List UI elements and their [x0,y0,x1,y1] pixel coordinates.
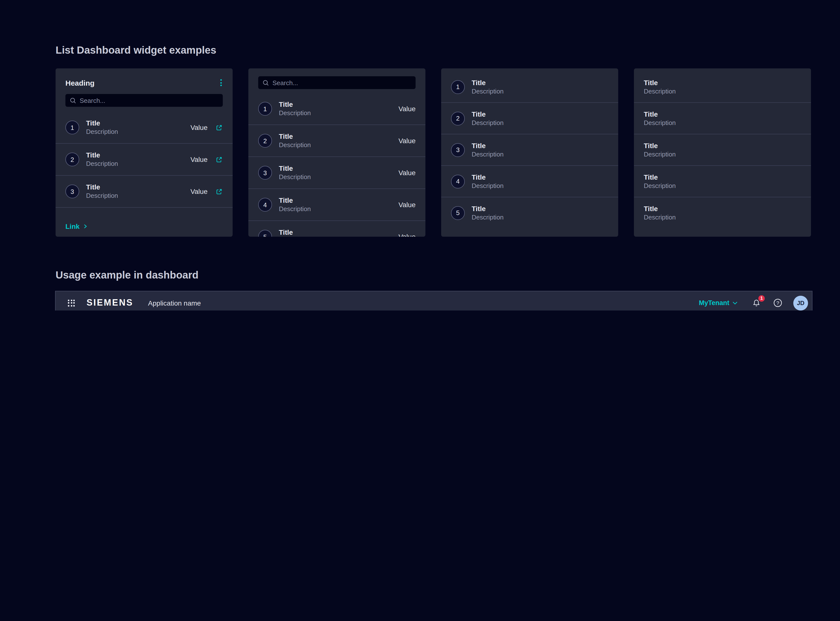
item-title: Title [644,141,801,150]
application-name: Application name [148,299,201,307]
item-number: 3 [451,143,465,157]
search-icon [263,79,269,86]
external-link-icon[interactable] [215,156,223,163]
search-placeholder: Search... [272,79,298,86]
widget-item-list: 1 Title Description 2 Title Description [441,68,618,228]
notifications-button[interactable]: 1 [751,298,761,308]
list-item[interactable]: Title Description [634,134,811,165]
item-description: Description [471,150,608,158]
item-number: 2 [451,111,465,125]
siemens-logo: SIEMENS [86,298,133,308]
item-title: Title [279,196,391,205]
item-description: Description [644,119,801,127]
item-number: 4 [451,174,465,188]
item-number: 1 [451,80,465,94]
help-button[interactable]: ? [773,298,783,307]
chevron-down-icon [732,301,738,305]
list-item[interactable]: Title Description [634,102,811,134]
item-value: Value [190,124,207,132]
list-item[interactable]: 2 Title Description Value [56,143,233,175]
list-item[interactable]: 1 Title Description Value [248,93,425,124]
search-input[interactable]: Search... [258,76,415,89]
item-description: Description [279,205,391,213]
item-title: Title [644,173,801,181]
user-avatar[interactable]: JD [793,295,808,310]
item-value: Value [190,156,207,164]
list-item[interactable]: 3 Title Description Value [56,175,233,207]
item-description: Description [279,173,391,181]
list-item[interactable]: 4 Title Description [441,165,618,197]
list-item[interactable]: 1 Title Description Value [56,112,233,143]
list-item[interactable]: 2 Title Description Value [248,124,425,156]
widget-card-numbered: 1 Title Description 2 Title Description [441,68,618,237]
widget-card-plain: Title Description Title Description [634,68,811,237]
item-title: Title [86,151,183,159]
list-item[interactable]: Title Description [634,71,811,102]
item-description: Description [279,109,391,117]
item-number: 3 [258,166,272,180]
list-item[interactable]: Title Description [634,165,811,197]
widget-heading: Heading [65,79,94,87]
notification-badge: 1 [758,295,765,301]
item-title: Title [279,100,391,109]
item-number: 4 [258,198,272,212]
widget-card-search-values: Search... 1 Title Description Value 2 [248,68,425,237]
widget-item-list: 1 Title Description Value 2 [56,112,233,216]
section-title-usage: Usage example in dashboard [0,237,840,281]
item-number: 1 [258,102,272,116]
item-description: Description [644,87,801,95]
item-description: Description [279,141,391,149]
item-value: Value [398,105,415,113]
list-item[interactable]: 3 Title Description [441,134,618,165]
widget-card-heading-search-link: Heading Search... 1 Title Description Va… [56,68,233,237]
item-number: 2 [65,153,79,166]
external-link-icon[interactable] [215,124,223,131]
item-title: Title [471,141,608,150]
list-item[interactable]: 5 Title Description Value [248,220,425,237]
help-icon: ? [773,298,783,307]
design-page: List Dashboard widget examples Heading S… [0,0,840,310]
list-item[interactable]: Title Description [634,197,811,228]
kebab-menu-button[interactable] [218,77,224,88]
item-title: Title [644,204,801,213]
list-item[interactable]: 4 Title Description Value [248,188,425,220]
list-item[interactable]: 3 Title Description Value [248,156,425,188]
list-item[interactable]: 1 Title Description [441,71,618,102]
item-description: Description [471,119,608,127]
item-title: Title [86,119,183,127]
item-value: Value [190,188,207,195]
widget-examples-row: Heading Search... 1 Title Description Va… [56,68,840,237]
search-input[interactable]: Search... [65,94,223,107]
widget-item-list: Title Description Title Description [634,68,811,228]
widget-link[interactable]: Link [65,223,80,230]
item-title: Title [279,228,391,237]
item-description: Description [644,150,801,158]
section-title-widgets: List Dashboard widget examples [0,0,840,56]
item-title: Title [279,164,391,173]
item-title: Title [471,204,608,213]
item-description: Description [471,87,608,95]
item-title: Title [471,110,608,118]
app-launcher-icon[interactable] [68,300,75,306]
item-title: Title [471,173,608,181]
list-item[interactable]: 2 Title Description [441,102,618,134]
chevron-right-icon [83,224,88,229]
item-description: Description [644,213,801,221]
item-description: Description [471,213,608,221]
item-number: 5 [451,206,465,220]
item-number: 1 [65,121,79,134]
item-description: Description [471,182,608,190]
dashboard-frame: SIEMENS Application name MyTenant 1 ? JD [55,291,813,310]
item-number: 2 [258,134,272,148]
item-title: Title [644,110,801,118]
item-value: Value [398,169,415,177]
list-item[interactable]: 5 Title Description [441,197,618,228]
item-description: Description [644,182,801,190]
app-header: SIEMENS Application name MyTenant 1 ? JD [56,291,812,310]
list-item[interactable]: 4 Title Description Value [56,207,233,216]
item-number: 3 [65,185,79,198]
external-link-icon[interactable] [215,188,223,195]
item-value: Value [398,201,415,209]
tenant-selector[interactable]: MyTenant [699,299,738,307]
svg-text:?: ? [776,300,779,306]
